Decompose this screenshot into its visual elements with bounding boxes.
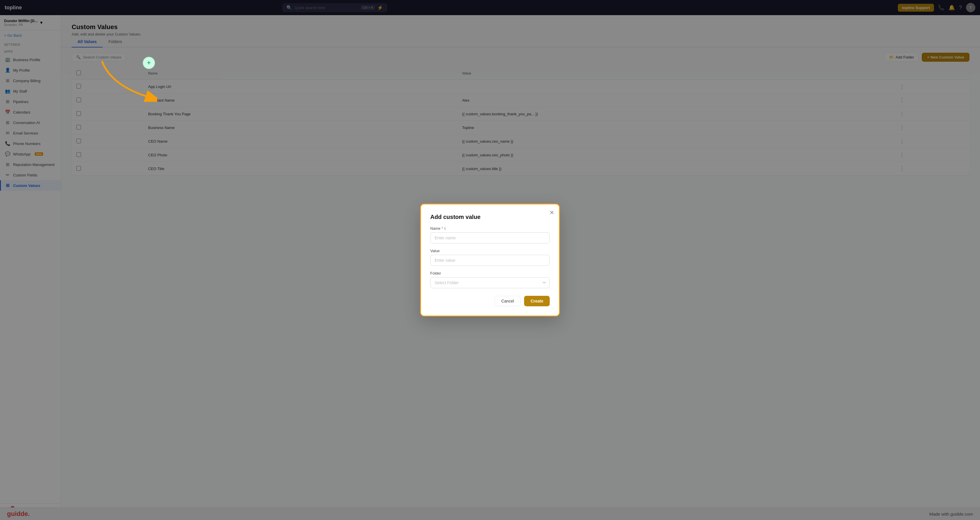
name-label-text: Name	[430, 226, 441, 231]
new-value-plus-indicator: +	[143, 57, 155, 69]
cancel-button[interactable]: Cancel	[495, 296, 521, 306]
name-field-label: Name * ℹ	[430, 226, 550, 231]
info-icon: ℹ	[444, 226, 446, 231]
folder-label-text: Folder	[430, 271, 441, 276]
folder-select[interactable]: Select Folder	[430, 277, 550, 288]
modal-footer: Cancel Create	[430, 296, 550, 306]
modal-title: Add custom value	[430, 214, 550, 220]
create-button[interactable]: Create	[524, 296, 550, 306]
required-indicator: *	[442, 226, 443, 231]
modal-overlay[interactable]: + ✕ Add custom value Name * ℹ Value Fold…	[0, 0, 980, 520]
name-input[interactable]	[430, 232, 550, 243]
folder-field-label: Folder	[430, 271, 550, 276]
value-field-label: Value	[430, 249, 550, 253]
modal-close-button[interactable]: ✕	[549, 209, 554, 216]
value-label-text: Value	[430, 249, 440, 253]
value-input[interactable]	[430, 255, 550, 266]
add-custom-value-modal: ✕ Add custom value Name * ℹ Value Folder…	[420, 203, 560, 317]
